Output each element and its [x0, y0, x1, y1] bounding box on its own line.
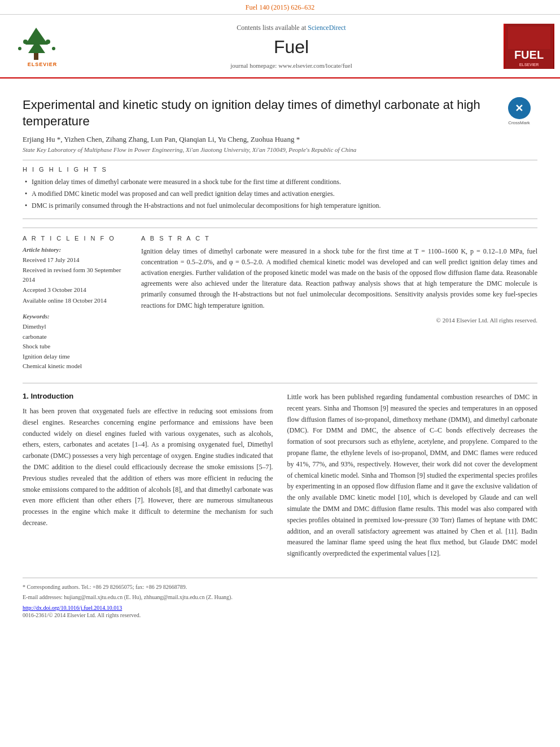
svg-point-3 — [46, 40, 50, 44]
copyright-line: © 2014 Elsevier Ltd. All rights reserved… — [141, 317, 537, 324]
keyword-4: Ignition delay time — [23, 352, 130, 362]
abstract-title: A B S T R A C T — [141, 235, 537, 242]
section1-heading: 1. Introduction — [23, 392, 273, 400]
title-section: Experimental and kinetic study on igniti… — [23, 97, 537, 129]
highlights-title: H I G H L I G H T S — [23, 166, 537, 173]
svg-text:ELSEVIER: ELSEVIER — [519, 63, 539, 67]
body-col-left: 1. Introduction It has been proven that … — [23, 392, 273, 566]
crossmark-label: CrossMark — [508, 120, 530, 125]
svg-marker-1 — [25, 28, 48, 53]
svg-rect-7 — [508, 27, 550, 49]
footnote-2: E-mail addresses: hujiang@mail.xjtu.edu.… — [23, 593, 537, 601]
top-citation-bar: Fuel 140 (2015) 626–632 — [0, 0, 560, 15]
authors-line: Erjiang Hu *, Yizhen Chen, Zihang Zhang,… — [23, 135, 537, 144]
keywords-section: Keywords: Dimethyl carbonate Shock tube … — [23, 313, 130, 372]
accepted-date: Accepted 3 October 2014 — [23, 285, 130, 295]
highlight-item-1: Ignition delay times of dimethyl carbona… — [23, 177, 537, 187]
abstract-section: A B S T R A C T Ignition delay times of … — [141, 235, 537, 372]
svg-text:FUEL: FUEL — [514, 49, 543, 61]
footnote2-text: E-mail addresses: hujiang@mail.xjtu.edu.… — [23, 594, 233, 600]
fuel-logo-box: FUEL ELSEVIER — [504, 24, 554, 69]
highlights-section: H I G H L I G H T S Ignition delay times… — [23, 160, 537, 219]
svg-point-4 — [18, 47, 21, 50]
elsevier-tree-svg — [14, 25, 71, 62]
page-wrapper: Fuel 140 (2015) 626–632 ELSEVIER — [0, 0, 560, 627]
journal-homepage: journal homepage: www.elsevier.com/locat… — [88, 62, 495, 69]
article-body: 1. Introduction It has been proven that … — [23, 383, 537, 566]
body-para-2: Little work has been published regarding… — [287, 392, 538, 560]
svg-point-2 — [23, 40, 28, 44]
content-area: Experimental and kinetic study on igniti… — [0, 78, 560, 627]
revised-date: Received in revised form 30 September 20… — [23, 265, 130, 284]
article-title: Experimental and kinetic study on igniti… — [23, 97, 537, 129]
highlight-item-3: DMC is primarily consumed through the H-… — [23, 201, 537, 211]
doi-link[interactable]: http://dx.doi.org/10.1016/j.fuel.2014.10… — [23, 605, 122, 611]
elsevier-brand: ELSEVIER — [14, 25, 71, 67]
journal-title: Fuel — [88, 37, 495, 58]
fuel-logo-section: FUEL ELSEVIER — [498, 20, 560, 72]
doi-line[interactable]: http://dx.doi.org/10.1016/j.fuel.2014.10… — [23, 605, 537, 611]
history-label: Article history: — [23, 246, 130, 253]
svg-rect-0 — [34, 53, 38, 60]
received-date: Received 17 July 2014 — [23, 255, 130, 265]
crossmark-icon: ✕ — [515, 102, 523, 115]
available-date: Available online 18 October 2014 — [23, 296, 130, 305]
keyword-2: carbonate — [23, 332, 130, 342]
highlight-item-2: A modified DMC kinetic model was propose… — [23, 189, 537, 199]
authors-text: Erjiang Hu *, Yizhen Chen, Zihang Zhang,… — [23, 135, 300, 143]
elsevier-label: ELSEVIER — [28, 62, 58, 67]
keywords-label: Keywords: — [23, 313, 130, 320]
keyword-5: Chemical kinetic model — [23, 361, 130, 372]
abstract-text: Ignition delay times of dimethyl carbona… — [141, 246, 537, 311]
two-col-body: 1. Introduction It has been proven that … — [23, 392, 537, 566]
affiliation: State Key Laboratory of Multiphase Flow … — [23, 146, 537, 153]
keyword-3: Shock tube — [23, 342, 130, 352]
body-para-1: It has been proven that oxygenated fuels… — [23, 406, 273, 529]
body-col-right: Little work has been published regarding… — [287, 392, 538, 566]
contents-text: Contents lists available at — [237, 24, 306, 32]
crossmark-circle: ✕ — [508, 97, 531, 119]
elsevier-logo-section: ELSEVIER — [0, 20, 85, 72]
sciencedirect-link[interactable]: ScienceDirect — [308, 24, 345, 32]
info-abstract-section: A R T I C L E I N F O Article history: R… — [23, 228, 537, 372]
issn-line: 0016-2361/© 2014 Elsevier Ltd. All right… — [23, 612, 537, 618]
footer-section: * Corresponding authors. Tel.: +86 29 82… — [23, 578, 537, 618]
journal-header: ELSEVIER Contents lists available at Sci… — [0, 15, 560, 78]
svg-point-5 — [52, 47, 55, 50]
crossmark[interactable]: ✕ CrossMark — [501, 97, 537, 125]
fuel-logo-svg: FUEL ELSEVIER — [505, 24, 553, 69]
article-info-title: A R T I C L E I N F O — [23, 235, 130, 242]
citation-text: Fuel 140 (2015) 626–632 — [246, 3, 314, 11]
keyword-1: Dimethyl — [23, 322, 130, 332]
article-info: A R T I C L E I N F O Article history: R… — [23, 235, 130, 372]
journal-center: Contents lists available at ScienceDirec… — [85, 20, 498, 72]
science-direct-line: Contents lists available at ScienceDirec… — [88, 24, 495, 32]
footnote-1: * Corresponding authors. Tel.: +86 29 82… — [23, 583, 537, 591]
